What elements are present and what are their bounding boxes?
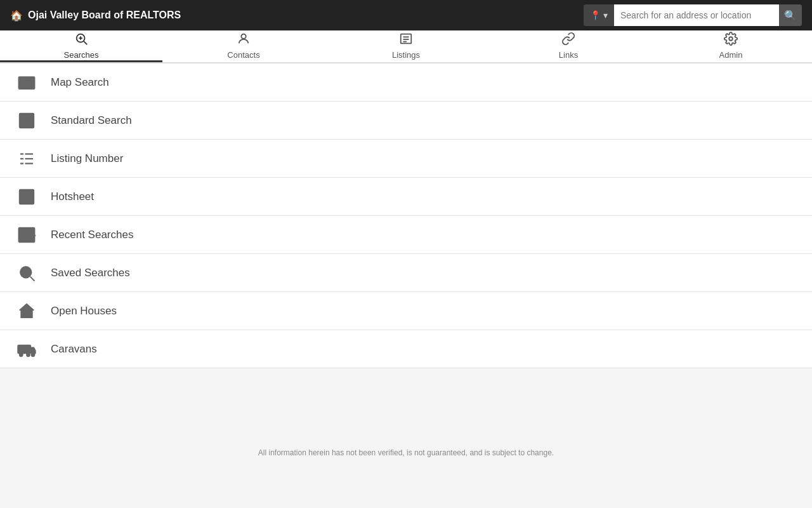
- svg-rect-26: [24, 312, 29, 318]
- menu-label-listing-number: Listing Number: [51, 152, 123, 165]
- search-area: 📍 ▾ 🔍: [584, 4, 802, 26]
- dropdown-arrow: ▾: [603, 10, 608, 20]
- svg-rect-22: [19, 227, 35, 242]
- search-menu: Map Search Standard Search Listing: [0, 64, 812, 368]
- home-icon: 🏠: [10, 10, 23, 22]
- svg-point-4: [241, 34, 246, 38]
- footer-text: All information herein has not been veri…: [258, 448, 554, 457]
- saved-searches-icon: [15, 262, 38, 284]
- menu-item-map-search[interactable]: Map Search: [0, 64, 812, 102]
- svg-point-28: [20, 353, 23, 356]
- location-dropdown-button[interactable]: 📍 ▾: [584, 4, 614, 26]
- nav-item-contacts[interactable]: Contacts: [162, 30, 325, 62]
- svg-line-1: [84, 41, 87, 44]
- menu-item-listing-number[interactable]: Listing Number: [0, 140, 812, 178]
- nav-label-searches: Searches: [64, 50, 99, 60]
- menu-item-caravans[interactable]: Caravans: [0, 330, 812, 368]
- menu-item-standard-search[interactable]: Standard Search: [0, 102, 812, 140]
- caravans-icon: [15, 338, 38, 361]
- menu-item-saved-searches[interactable]: Saved Searches: [0, 254, 812, 292]
- menu-item-recent-searches[interactable]: Recent Searches: [0, 216, 812, 254]
- nav-label-links: Links: [559, 50, 578, 60]
- nav-label-contacts: Contacts: [227, 50, 259, 60]
- svg-point-30: [32, 353, 35, 356]
- map-search-icon: [15, 71, 38, 94]
- listings-icon: [399, 32, 413, 49]
- nav-label-listings: Listings: [392, 50, 420, 60]
- listing-number-icon: [15, 147, 38, 170]
- nav-item-searches[interactable]: Searches: [0, 30, 162, 62]
- search-icon: 🔍: [784, 10, 797, 22]
- footer: All information herein has not been veri…: [0, 448, 812, 457]
- svg-rect-27: [18, 345, 30, 353]
- menu-label-open-houses: Open Houses: [51, 305, 117, 318]
- menu-label-standard-search: Standard Search: [51, 114, 132, 127]
- menu-label-saved-searches: Saved Searches: [51, 267, 130, 279]
- standard-search-icon: [15, 109, 38, 132]
- menu-label-caravans: Caravans: [51, 343, 97, 356]
- app-title: 🏠 Ojai Valley Board of REALTORS: [10, 10, 181, 22]
- menu-label-map-search: Map Search: [51, 76, 109, 89]
- search-button[interactable]: 🔍: [779, 4, 802, 26]
- nav-item-links[interactable]: Links: [487, 30, 650, 62]
- app-title-text: Ojai Valley Board of REALTORS: [28, 10, 181, 21]
- svg-rect-25: [23, 270, 29, 275]
- contacts-icon: [237, 32, 251, 49]
- menu-item-hotsheet[interactable]: Hotsheet: [0, 178, 812, 216]
- svg-point-10: [25, 81, 29, 84]
- hotsheet-icon: [15, 185, 38, 208]
- search-input[interactable]: [614, 4, 779, 26]
- pin-icon: 📍: [590, 10, 601, 20]
- main-nav: Searches Contacts Listings: [0, 30, 812, 64]
- nav-item-listings[interactable]: Listings: [325, 30, 487, 62]
- header: 🏠 Ojai Valley Board of REALTORS 📍 ▾ 🔍: [0, 0, 812, 30]
- menu-label-hotsheet: Hotsheet: [51, 190, 94, 203]
- nav-item-admin[interactable]: Admin: [650, 30, 812, 62]
- svg-line-24: [30, 276, 35, 281]
- menu-item-open-houses[interactable]: Open Houses: [0, 292, 812, 330]
- admin-icon: [724, 32, 738, 49]
- recent-searches-icon: [15, 224, 38, 246]
- searches-icon: [74, 32, 88, 49]
- nav-label-admin: Admin: [719, 50, 743, 60]
- svg-point-29: [27, 353, 30, 356]
- open-houses-icon: [15, 300, 38, 323]
- links-icon: [561, 32, 575, 49]
- menu-label-recent-searches: Recent Searches: [51, 229, 133, 241]
